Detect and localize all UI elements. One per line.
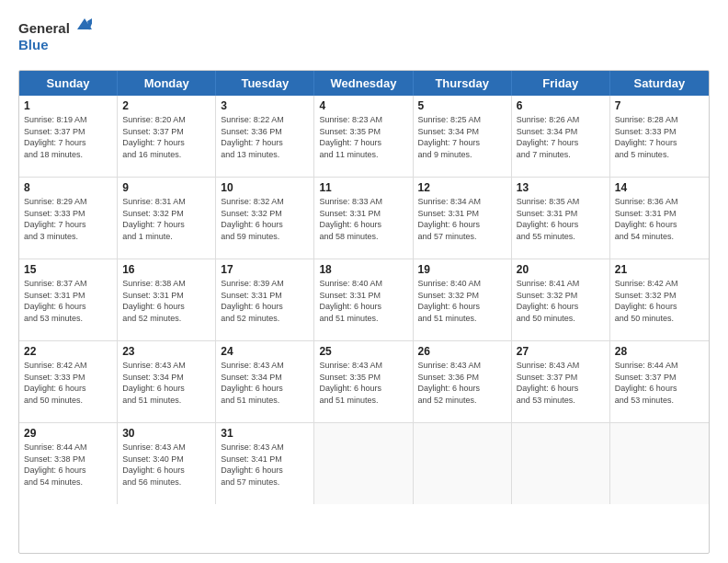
day-number: 12 xyxy=(418,181,506,194)
day-info: Sunrise: 8:25 AM Sunset: 3:34 PM Dayligh… xyxy=(418,114,506,160)
day-number: 31 xyxy=(221,427,309,440)
day-info: Sunrise: 8:29 AM Sunset: 3:33 PM Dayligh… xyxy=(24,196,112,242)
day-number: 9 xyxy=(122,181,210,194)
day-info: Sunrise: 8:19 AM Sunset: 3:37 PM Dayligh… xyxy=(24,114,112,160)
day-number: 15 xyxy=(24,263,112,276)
day-info: Sunrise: 8:40 AM Sunset: 3:32 PM Dayligh… xyxy=(418,278,506,324)
day-number: 20 xyxy=(517,263,605,276)
day-number: 7 xyxy=(615,99,704,112)
calendar-cell: 13Sunrise: 8:35 AM Sunset: 3:31 PM Dayli… xyxy=(512,178,610,259)
calendar-cell: 8Sunrise: 8:29 AM Sunset: 3:33 PM Daylig… xyxy=(19,178,118,259)
calendar-cell: 30Sunrise: 8:43 AM Sunset: 3:40 PM Dayli… xyxy=(118,423,216,504)
day-number: 14 xyxy=(615,181,704,194)
logo: General Blue xyxy=(18,17,92,61)
calendar-cell: 31Sunrise: 8:43 AM Sunset: 3:41 PM Dayli… xyxy=(216,423,314,504)
svg-text:Blue: Blue xyxy=(18,37,49,52)
day-number: 25 xyxy=(319,345,407,358)
day-info: Sunrise: 8:42 AM Sunset: 3:33 PM Dayligh… xyxy=(24,360,112,406)
calendar-cell: 23Sunrise: 8:43 AM Sunset: 3:34 PM Dayli… xyxy=(118,341,216,422)
day-number: 27 xyxy=(517,345,605,358)
day-info: Sunrise: 8:44 AM Sunset: 3:38 PM Dayligh… xyxy=(24,442,112,488)
header-day-sunday: Sunday xyxy=(19,71,118,96)
day-info: Sunrise: 8:43 AM Sunset: 3:37 PM Dayligh… xyxy=(517,360,605,406)
day-number: 19 xyxy=(418,263,506,276)
day-info: Sunrise: 8:37 AM Sunset: 3:31 PM Dayligh… xyxy=(24,278,112,324)
day-info: Sunrise: 8:26 AM Sunset: 3:34 PM Dayligh… xyxy=(517,114,605,160)
day-info: Sunrise: 8:20 AM Sunset: 3:37 PM Dayligh… xyxy=(122,114,210,160)
day-info: Sunrise: 8:43 AM Sunset: 3:35 PM Dayligh… xyxy=(319,360,407,406)
header: General Blue xyxy=(18,17,710,61)
day-info: Sunrise: 8:28 AM Sunset: 3:33 PM Dayligh… xyxy=(615,114,704,160)
calendar-week-2: 8Sunrise: 8:29 AM Sunset: 3:33 PM Daylig… xyxy=(19,178,709,259)
calendar-cell: 4Sunrise: 8:23 AM Sunset: 3:35 PM Daylig… xyxy=(314,96,413,177)
day-number: 4 xyxy=(319,99,407,112)
calendar-cell: 16Sunrise: 8:38 AM Sunset: 3:31 PM Dayli… xyxy=(118,259,216,340)
calendar-cell: 27Sunrise: 8:43 AM Sunset: 3:37 PM Dayli… xyxy=(512,341,610,422)
day-number: 22 xyxy=(24,345,112,358)
calendar-cell xyxy=(414,423,512,504)
day-info: Sunrise: 8:42 AM Sunset: 3:32 PM Dayligh… xyxy=(615,278,704,324)
day-number: 6 xyxy=(517,99,605,112)
day-number: 17 xyxy=(221,263,309,276)
day-info: Sunrise: 8:39 AM Sunset: 3:31 PM Dayligh… xyxy=(221,278,309,324)
day-number: 13 xyxy=(517,181,605,194)
svg-text:General: General xyxy=(18,20,70,36)
calendar-cell: 20Sunrise: 8:41 AM Sunset: 3:32 PM Dayli… xyxy=(512,259,610,340)
calendar-cell: 17Sunrise: 8:39 AM Sunset: 3:31 PM Dayli… xyxy=(216,259,314,340)
day-info: Sunrise: 8:41 AM Sunset: 3:32 PM Dayligh… xyxy=(517,278,605,324)
logo-icon: General Blue xyxy=(18,17,92,57)
calendar-cell xyxy=(314,423,413,504)
day-number: 1 xyxy=(24,99,112,112)
day-info: Sunrise: 8:43 AM Sunset: 3:34 PM Dayligh… xyxy=(221,360,309,406)
day-number: 3 xyxy=(221,99,309,112)
day-info: Sunrise: 8:40 AM Sunset: 3:31 PM Dayligh… xyxy=(319,278,407,324)
day-info: Sunrise: 8:35 AM Sunset: 3:31 PM Dayligh… xyxy=(517,196,605,242)
calendar-cell: 14Sunrise: 8:36 AM Sunset: 3:31 PM Dayli… xyxy=(610,178,709,259)
calendar-cell xyxy=(610,423,709,504)
calendar-cell: 11Sunrise: 8:33 AM Sunset: 3:31 PM Dayli… xyxy=(314,178,413,259)
header-day-monday: Monday xyxy=(118,71,216,96)
day-number: 24 xyxy=(221,345,309,358)
calendar-cell: 22Sunrise: 8:42 AM Sunset: 3:33 PM Dayli… xyxy=(19,341,118,422)
calendar-cell: 2Sunrise: 8:20 AM Sunset: 3:37 PM Daylig… xyxy=(118,96,216,177)
calendar-cell: 28Sunrise: 8:44 AM Sunset: 3:37 PM Dayli… xyxy=(610,341,709,422)
day-info: Sunrise: 8:22 AM Sunset: 3:36 PM Dayligh… xyxy=(221,114,309,160)
day-number: 11 xyxy=(319,181,407,194)
calendar-week-5: 29Sunrise: 8:44 AM Sunset: 3:38 PM Dayli… xyxy=(19,423,709,504)
calendar-week-4: 22Sunrise: 8:42 AM Sunset: 3:33 PM Dayli… xyxy=(19,341,709,423)
day-info: Sunrise: 8:44 AM Sunset: 3:37 PM Dayligh… xyxy=(615,360,704,406)
day-info: Sunrise: 8:23 AM Sunset: 3:35 PM Dayligh… xyxy=(319,114,407,160)
header-day-wednesday: Wednesday xyxy=(314,71,413,96)
day-info: Sunrise: 8:34 AM Sunset: 3:31 PM Dayligh… xyxy=(418,196,506,242)
calendar-cell: 15Sunrise: 8:37 AM Sunset: 3:31 PM Dayli… xyxy=(19,259,118,340)
day-number: 23 xyxy=(122,345,210,358)
calendar-cell: 18Sunrise: 8:40 AM Sunset: 3:31 PM Dayli… xyxy=(314,259,413,340)
day-number: 10 xyxy=(221,181,309,194)
calendar-body: 1Sunrise: 8:19 AM Sunset: 3:37 PM Daylig… xyxy=(19,96,709,504)
day-number: 29 xyxy=(24,427,112,440)
calendar-week-1: 1Sunrise: 8:19 AM Sunset: 3:37 PM Daylig… xyxy=(19,96,709,178)
day-number: 8 xyxy=(24,181,112,194)
calendar-cell: 19Sunrise: 8:40 AM Sunset: 3:32 PM Dayli… xyxy=(414,259,512,340)
calendar-cell: 7Sunrise: 8:28 AM Sunset: 3:33 PM Daylig… xyxy=(610,96,709,177)
day-info: Sunrise: 8:32 AM Sunset: 3:32 PM Dayligh… xyxy=(221,196,309,242)
calendar-cell xyxy=(512,423,610,504)
day-info: Sunrise: 8:43 AM Sunset: 3:41 PM Dayligh… xyxy=(221,442,309,488)
day-number: 21 xyxy=(615,263,704,276)
calendar-cell: 26Sunrise: 8:43 AM Sunset: 3:36 PM Dayli… xyxy=(414,341,512,422)
day-number: 18 xyxy=(319,263,407,276)
calendar-cell: 5Sunrise: 8:25 AM Sunset: 3:34 PM Daylig… xyxy=(414,96,512,177)
header-day-tuesday: Tuesday xyxy=(216,71,314,96)
calendar-cell: 1Sunrise: 8:19 AM Sunset: 3:37 PM Daylig… xyxy=(19,96,118,177)
day-number: 28 xyxy=(615,345,704,358)
day-number: 5 xyxy=(418,99,506,112)
calendar-cell: 3Sunrise: 8:22 AM Sunset: 3:36 PM Daylig… xyxy=(216,96,314,177)
day-info: Sunrise: 8:43 AM Sunset: 3:36 PM Dayligh… xyxy=(418,360,506,406)
day-info: Sunrise: 8:43 AM Sunset: 3:40 PM Dayligh… xyxy=(122,442,210,488)
calendar-cell: 25Sunrise: 8:43 AM Sunset: 3:35 PM Dayli… xyxy=(314,341,413,422)
day-number: 26 xyxy=(418,345,506,358)
calendar-cell: 6Sunrise: 8:26 AM Sunset: 3:34 PM Daylig… xyxy=(512,96,610,177)
day-info: Sunrise: 8:38 AM Sunset: 3:31 PM Dayligh… xyxy=(122,278,210,324)
page: General Blue SundayMondayTuesdayWednesda… xyxy=(0,0,728,563)
header-day-saturday: Saturday xyxy=(610,71,709,96)
